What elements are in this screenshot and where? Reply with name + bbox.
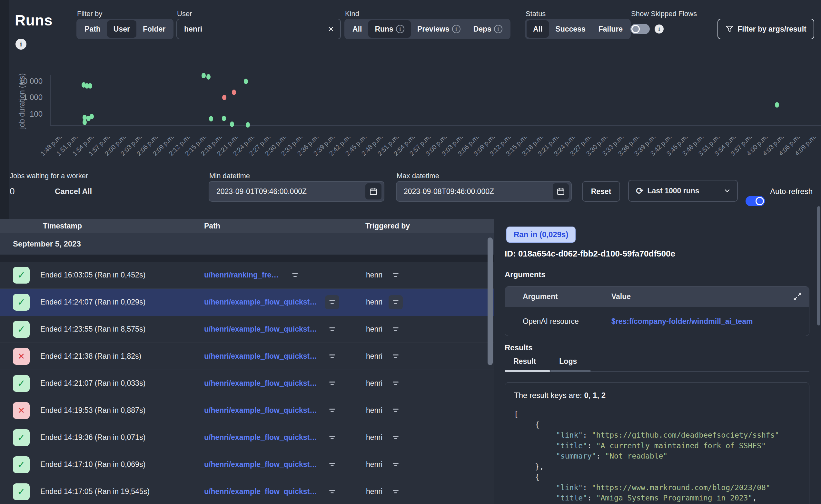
run-timestamp: Ended 16:03:05 (Ran in 0,452s) bbox=[40, 271, 145, 279]
argument-name: OpenAI resource bbox=[523, 317, 579, 326]
run-path-link[interactable]: u/henri/example_flow_quickst… bbox=[204, 487, 317, 496]
json-line: { bbox=[514, 420, 809, 430]
tab-result[interactable]: Result bbox=[513, 357, 536, 370]
max-datetime-input[interactable]: 2023-09-08T09:46:00.000Z bbox=[396, 187, 494, 196]
run-timestamp: Ended 14:17:05 (Ran in 19,545s) bbox=[40, 487, 150, 496]
json-line: "title": "Amiga Systems Programming in 2… bbox=[514, 493, 809, 503]
page-scrollbar[interactable] bbox=[817, 206, 820, 325]
filter-by-value-icon[interactable] bbox=[325, 458, 339, 472]
col-triggered-by[interactable]: Triggered by bbox=[365, 222, 410, 230]
run-path-link[interactable]: u/henri/example_flow_quickst… bbox=[204, 379, 317, 388]
filter-by-value-icon[interactable] bbox=[388, 322, 403, 336]
success-icon: ✓ bbox=[13, 456, 30, 473]
last-runs-dropdown-button[interactable] bbox=[717, 187, 737, 195]
last-runs-split-button: ⟳ Last 1000 runs bbox=[628, 180, 738, 202]
filter-by-value-icon[interactable] bbox=[388, 431, 403, 445]
run-timestamp: Ended 14:23:55 (Ran in 8,575s) bbox=[40, 325, 145, 334]
run-triggered-by: henri bbox=[366, 379, 382, 388]
filter-by-value-icon[interactable] bbox=[288, 268, 302, 282]
run-triggered-by: henri bbox=[366, 298, 382, 306]
run-timestamp: Ended 14:24:07 (Ran in 0,029s) bbox=[40, 298, 145, 306]
run-timestamp: Ended 14:21:07 (Ran in 0,033s) bbox=[40, 379, 145, 388]
table-row[interactable]: ✕Ended 14:19:53 (Ran in 0,887s)u/henri/e… bbox=[0, 397, 494, 424]
table-row[interactable]: ✓Ended 14:17:05 (Ran in 19,545s)u/henri/… bbox=[0, 478, 494, 504]
table-header: Timestamp Path Triggered by bbox=[0, 219, 494, 233]
max-datetime-calendar-button[interactable] bbox=[553, 183, 569, 199]
run-path-link[interactable]: u/henri/example_flow_quickst… bbox=[204, 298, 317, 306]
filter-by-value-icon[interactable] bbox=[388, 403, 403, 418]
filter-by-value-icon[interactable] bbox=[325, 376, 339, 391]
calendar-icon bbox=[557, 187, 565, 196]
results-heading: Results bbox=[505, 343, 533, 352]
calendar-icon bbox=[369, 187, 377, 196]
table-row[interactable]: ✓Ended 14:17:10 (Ran in 0,069s)u/henri/e… bbox=[0, 451, 494, 478]
filter-by-value-icon[interactable] bbox=[388, 349, 403, 363]
filter-by-value-icon[interactable] bbox=[388, 458, 403, 472]
table-row[interactable]: ✓Ended 14:19:36 (Ran in 0,071s)u/henri/e… bbox=[0, 424, 494, 451]
json-line: "link": "https://www.markround.com/blog/… bbox=[514, 482, 809, 493]
refresh-icon: ⟳ bbox=[636, 186, 643, 196]
min-datetime-input-wrap: 2023-09-01T09:46:00.000Z bbox=[209, 181, 384, 202]
filter-by-value-icon[interactable] bbox=[325, 485, 339, 499]
args-col-argument: Argument bbox=[523, 292, 558, 301]
panel-divider bbox=[498, 219, 498, 504]
arguments-table-header: Argument Value bbox=[505, 286, 809, 307]
date-group-row: September 5, 2023 bbox=[0, 233, 494, 255]
filter-by-value-icon[interactable] bbox=[388, 268, 403, 282]
tab-logs[interactable]: Logs bbox=[559, 357, 577, 370]
arguments-table-row: OpenAI resource $res:f/company-folder/wi… bbox=[505, 307, 809, 336]
filter-by-value-icon[interactable] bbox=[388, 376, 403, 391]
json-line: "summary": "Not readable" bbox=[514, 451, 809, 461]
table-row[interactable]: ✓Ended 16:03:05 (Ran in 0,452s)u/henri/r… bbox=[0, 262, 494, 289]
cancel-all-button[interactable]: Cancel All bbox=[55, 187, 92, 196]
tab-logs-underline bbox=[550, 370, 591, 372]
run-triggered-by: henri bbox=[366, 433, 382, 442]
run-path-link[interactable]: u/henri/example_flow_quickst… bbox=[204, 433, 317, 442]
col-timestamp[interactable]: Timestamp bbox=[43, 222, 82, 230]
expand-icon[interactable] bbox=[793, 292, 802, 303]
filter-by-value-icon[interactable] bbox=[325, 349, 339, 363]
json-line: [ bbox=[514, 409, 809, 420]
col-path[interactable]: Path bbox=[204, 222, 220, 230]
failure-icon: ✕ bbox=[13, 402, 30, 419]
run-path-link[interactable]: u/henri/example_flow_quickst… bbox=[204, 325, 317, 334]
tabs-baseline bbox=[591, 371, 809, 372]
run-timestamp: Ended 14:19:53 (Ran in 0,887s) bbox=[40, 406, 145, 415]
max-datetime-label: Max datetime bbox=[396, 172, 439, 180]
json-line: "title": "A currently maintained fork of… bbox=[514, 441, 809, 451]
auto-refresh-toggle[interactable] bbox=[746, 196, 765, 206]
min-datetime-label: Min datetime bbox=[209, 172, 250, 180]
filter-by-value-icon[interactable] bbox=[388, 485, 403, 499]
filter-by-value-icon[interactable] bbox=[388, 295, 403, 309]
table-scrollbar[interactable] bbox=[488, 237, 493, 365]
table-row[interactable]: ✓Ended 14:23:55 (Ran in 8,575s)u/henri/e… bbox=[0, 316, 494, 343]
json-line: }, bbox=[514, 461, 809, 472]
run-triggered-by: henri bbox=[366, 460, 382, 469]
run-timestamp: Ended 14:17:10 (Ran in 0,069s) bbox=[40, 460, 145, 469]
min-datetime-input[interactable]: 2023-09-01T09:46:00.000Z bbox=[209, 187, 307, 196]
success-icon: ✓ bbox=[13, 483, 30, 500]
table-row[interactable]: ✕Ended 14:21:38 (Ran in 1,82s)u/henri/ex… bbox=[0, 343, 494, 370]
x-axis-labels: 1:48 p.m.1:51 p.m.1:54 p.m.1:57 p.m.2:00… bbox=[0, 0, 821, 168]
run-path-link[interactable]: u/henri/example_flow_quickst… bbox=[204, 460, 317, 469]
args-col-value: Value bbox=[611, 292, 631, 301]
reset-button[interactable]: Reset bbox=[582, 181, 620, 202]
filter-by-value-icon[interactable] bbox=[325, 322, 339, 336]
run-timestamp: Ended 14:19:36 (Ran in 0,071s) bbox=[40, 433, 145, 442]
filter-by-value-icon[interactable] bbox=[325, 295, 339, 309]
success-icon: ✓ bbox=[13, 429, 30, 446]
argument-value-link[interactable]: $res:f/company-folder/windmill_ai_team bbox=[611, 317, 753, 326]
max-datetime-input-wrap: 2023-09-08T09:46:00.000Z bbox=[396, 181, 572, 202]
run-id: ID: 018a654c-d062-fbb2-d100-59fa70df500e bbox=[505, 249, 675, 259]
run-path-link[interactable]: u/henri/example_flow_quickst… bbox=[204, 352, 317, 361]
table-row[interactable]: ✓Ended 14:24:07 (Ran in 0,029s)u/henri/e… bbox=[0, 289, 494, 316]
last-runs-button[interactable]: ⟳ Last 1000 runs bbox=[629, 186, 717, 196]
run-path-link[interactable]: u/henri/example_flow_quickst… bbox=[204, 406, 317, 415]
run-path-link[interactable]: u/henri/ranking_fre… bbox=[204, 271, 278, 279]
table-row[interactable]: ✓Ended 14:21:07 (Ran in 0,033s)u/henri/e… bbox=[0, 370, 494, 397]
filter-by-value-icon[interactable] bbox=[325, 403, 339, 418]
runs-table-body: ✓Ended 16:03:05 (Ran in 0,452s)u/henri/r… bbox=[0, 262, 494, 504]
result-json: [{"link": "https://github.com/deadbeefso… bbox=[514, 409, 809, 504]
min-datetime-calendar-button[interactable] bbox=[365, 183, 381, 199]
filter-by-value-icon[interactable] bbox=[325, 431, 339, 445]
